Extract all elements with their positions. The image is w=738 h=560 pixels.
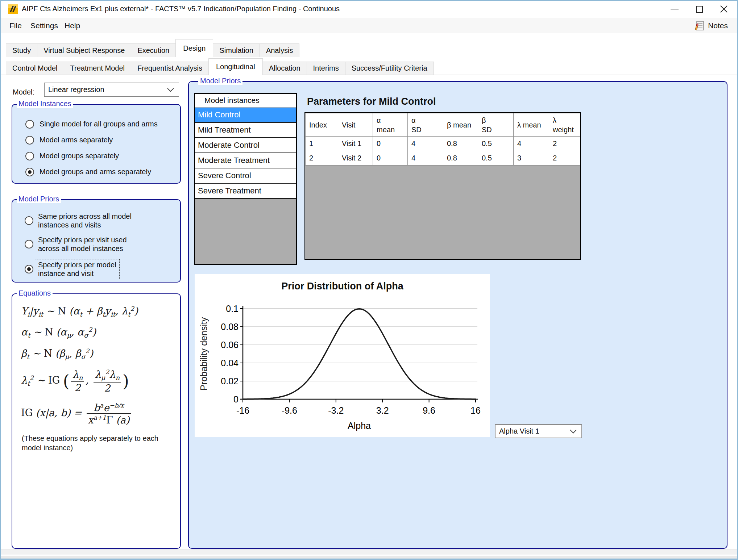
subtab-allocation[interactable]: Allocation <box>262 62 307 75</box>
y-tick-label: 0.02 <box>221 376 239 386</box>
list-item-severe-treatment[interactable]: Severe Treatment <box>195 184 296 199</box>
model-priors-left-group-title: Model Priors <box>17 195 61 203</box>
subtab-treatment-model[interactable]: Treatment Model <box>64 62 131 75</box>
list-item-severe-control[interactable]: Severe Control <box>195 168 296 184</box>
table-cell[interactable]: 0.8 <box>443 151 478 166</box>
tab-study[interactable]: Study <box>6 43 37 57</box>
table-cell[interactable]: 4 <box>408 151 443 166</box>
radio-label: Model groups and arms separately <box>40 168 151 176</box>
column-header-mean: λ mean <box>514 113 549 137</box>
table-row: 2Visit 2040.80.532 <box>306 151 580 166</box>
facts-logo-icon <box>8 4 18 14</box>
table-cell[interactable]: 2 <box>306 151 338 166</box>
equation-line-2: αt ~ N (αμ, ασ2) <box>21 326 180 339</box>
notes-button[interactable]: Notes <box>694 19 728 33</box>
table-cell[interactable]: 4 <box>514 137 549 151</box>
close-icon[interactable] <box>712 1 736 17</box>
radio-label: Specify priors per modelinstance and vis… <box>35 259 120 279</box>
column-header-mean: β mean <box>443 113 478 137</box>
y-tick-label: 0.08 <box>221 322 239 332</box>
model-priors-left-group: Model Priors Same priors across all mode… <box>12 199 181 283</box>
list-item-moderate-treatment[interactable]: Moderate Treatment <box>195 153 296 168</box>
radio-label: Specify priors per visit usedacross all … <box>38 235 127 253</box>
list-item-moderate-control[interactable]: Moderate Control <box>195 138 296 153</box>
chart-plot-area: 00.020.040.060.080.1-16-9.6-3.23.29.616A… <box>195 274 490 437</box>
window-title: AIPF Cts Alzheimers Ex1 plus external* -… <box>22 5 340 13</box>
tab-design[interactable]: Design <box>175 39 213 57</box>
x-tick-label: -9.6 <box>282 405 297 415</box>
radio-label: Single model for all groups and arms <box>40 120 158 128</box>
y-tick-label: 0.06 <box>221 340 239 350</box>
column-header-visit: Visit <box>338 113 373 137</box>
radio-option-single-model-for-all-groups-and-arms[interactable]: Single model for all groups and arms <box>25 118 180 130</box>
radio-option-specify-priors-per-visit-used[interactable]: Specify priors per visit usedacross all … <box>25 235 180 253</box>
table-cell[interactable]: 0 <box>373 137 408 151</box>
table-cell[interactable]: 0.5 <box>478 151 514 166</box>
equations-note: (These equations apply separately to eac… <box>22 434 159 452</box>
table-cell[interactable]: 0.5 <box>478 137 514 151</box>
parameters-table: IndexVisitαmeanαSDβ meanβSDλ meanλweight… <box>305 113 580 166</box>
menu-file[interactable]: File <box>7 18 24 33</box>
radio-option-same-priors-across-all-model[interactable]: Same priors across all modelinstances an… <box>25 212 180 229</box>
radio-option-model-groups-and-arms-separately[interactable]: Model groups and arms separately <box>25 166 180 178</box>
radio-icon <box>25 216 33 225</box>
subtab-interims[interactable]: Interims <box>307 62 345 75</box>
radio-icon <box>25 136 34 145</box>
subtab-longitudinal[interactable]: Longitudinal <box>208 58 263 75</box>
table-cell[interactable]: 0 <box>373 151 408 166</box>
subtab-control-model[interactable]: Control Model <box>6 62 64 75</box>
x-tick-label: 16 <box>470 405 481 415</box>
radio-icon <box>25 152 34 160</box>
equations-list: Yi|yit ~ N (αt + βtyit, λt2)αt ~ N (αμ, … <box>12 294 180 452</box>
table-cell[interactable]: 1 <box>306 137 338 151</box>
equation-line-4: λt2 ~ IG (λn2, λμ2λn2) <box>21 368 180 393</box>
radio-option-specify-priors-per-model[interactable]: Specify priors per modelinstance and vis… <box>25 259 180 279</box>
list-item-mild-treatment[interactable]: Mild Treatment <box>195 123 296 138</box>
table-row: 1Visit 1040.80.542 <box>306 137 580 151</box>
tab-analysis[interactable]: Analysis <box>260 43 299 57</box>
table-cell[interactable]: Visit 1 <box>338 137 373 151</box>
chevron-down-icon <box>167 85 174 92</box>
table-cell[interactable]: 3 <box>514 151 549 166</box>
radio-icon <box>25 168 34 176</box>
model-select[interactable]: Linear regression <box>44 83 179 97</box>
chart-parameter-select-value: Alpha Visit 1 <box>496 427 571 435</box>
menu-help[interactable]: Help <box>62 18 82 33</box>
subtab-success-futility-criteria[interactable]: Success/Futility Criteria <box>345 62 434 75</box>
tab-execution[interactable]: Execution <box>131 43 176 57</box>
list-item-mild-control[interactable]: Mild Control <box>195 108 296 123</box>
table-cell[interactable]: Visit 2 <box>338 151 373 166</box>
title-bar: AIPF Cts Alzheimers Ex1 plus external* -… <box>1 1 737 18</box>
minimize-icon[interactable] <box>663 1 687 17</box>
menu-settings[interactable]: Settings <box>28 18 60 33</box>
chart-parameter-select[interactable]: Alpha Visit 1 <box>495 424 582 438</box>
column-header-sd: βSD <box>478 113 514 137</box>
model-instances-options: Single model for all groups and armsMode… <box>12 105 180 178</box>
model-label: Model: <box>13 88 34 96</box>
radio-option-model-groups-separately[interactable]: Model groups separately <box>25 150 180 162</box>
table-cell[interactable]: 2 <box>549 151 580 166</box>
table-cell[interactable]: 2 <box>549 137 580 151</box>
model-select-value: Linear regression <box>45 85 168 94</box>
radio-label: Same priors across all modelinstances an… <box>38 212 132 229</box>
radio-option-model-arms-separately[interactable]: Model arms separately <box>25 134 180 146</box>
tab-simulation[interactable]: Simulation <box>213 43 260 57</box>
chevron-down-icon <box>570 427 576 433</box>
table-cell[interactable]: 0.8 <box>443 137 478 151</box>
column-header-mean: αmean <box>373 113 408 137</box>
y-tick-label: 0.1 <box>226 304 239 314</box>
table-cell[interactable]: 4 <box>408 137 443 151</box>
tab-virtual-subject-response[interactable]: Virtual Subject Response <box>37 43 131 57</box>
radio-label: Model arms separately <box>40 136 113 144</box>
model-instances-group: Model Instances Single model for all gro… <box>12 104 181 184</box>
notes-label: Notes <box>708 21 728 30</box>
parameters-grid: IndexVisitαmeanαSDβ meanβSDλ meanλweight… <box>304 112 581 260</box>
subtab-frequentist-analysis[interactable]: Frequentist Analysis <box>131 62 209 75</box>
x-tick-label: 9.6 <box>423 405 435 415</box>
radio-label: Model groups separately <box>40 152 119 160</box>
column-header-weight: λweight <box>549 113 580 137</box>
maximize-icon[interactable] <box>687 1 711 17</box>
prior-distribution-chart: 00.020.040.060.080.1-16-9.6-3.23.29.616A… <box>195 274 490 437</box>
x-tick-label: -3.2 <box>328 405 344 415</box>
x-axis-label: Alpha <box>348 421 371 431</box>
